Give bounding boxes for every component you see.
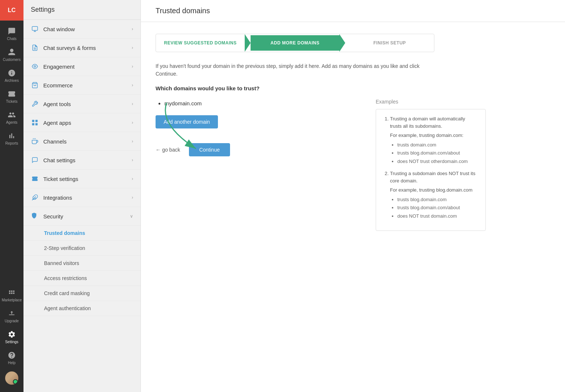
chevron-icon: ›: [132, 83, 133, 88]
app-logo[interactable]: LC: [0, 0, 23, 21]
settings-icon: [8, 330, 16, 338]
sidebar-item-chat-window[interactable]: Chat window ›: [23, 20, 141, 39]
customers-icon: [8, 48, 16, 56]
tickets-icon: [8, 90, 16, 98]
subnav-item-credit-card-masking[interactable]: Credit card masking: [23, 286, 141, 301]
sidebar-title: Settings: [23, 0, 141, 20]
subnav-item-access-restrictions[interactable]: Access restrictions: [23, 271, 141, 286]
chat-surveys-icon: [31, 44, 39, 52]
sidebar-item-integrations[interactable]: Integrations ›: [23, 188, 141, 207]
sidebar-item-agent-tools[interactable]: Agent tools ›: [23, 95, 141, 113]
chevron-down-icon: ∨: [130, 214, 133, 219]
help-icon: [8, 351, 16, 359]
chevron-icon: ›: [132, 26, 133, 32]
chevron-icon: ›: [132, 45, 133, 50]
example-text-1: Trusting a domain will automatically tru…: [390, 116, 465, 129]
chat-icon: [8, 27, 16, 35]
example-sub-1-1: trusts blog.domain.com/about: [397, 149, 478, 157]
sidebar-label-chat-surveys: Chat surveys & forms: [43, 45, 132, 51]
chevron-icon: ›: [132, 64, 133, 69]
example-sub-1-2: does NOT trust otherdomain.com: [397, 158, 478, 165]
sidebar-item-chat-surveys[interactable]: Chat surveys & forms ›: [23, 39, 141, 57]
content-grid: mydomain.com Add another domain ← go bac…: [156, 99, 486, 231]
archives-icon: [8, 69, 16, 77]
chat-settings-icon: [31, 156, 39, 164]
subnav-item-trusted-domains[interactable]: Trusted domains: [23, 226, 141, 241]
svg-rect-0: [32, 26, 38, 30]
main-content-area: Trusted domains REVIEW SUGGESTED DOMAINS…: [141, 0, 565, 392]
nav-label-tickets: Tickets: [6, 99, 17, 104]
go-back-link[interactable]: ← go back: [156, 147, 180, 153]
ecommerce-icon: [31, 81, 39, 89]
upgrade-icon: [8, 309, 16, 317]
avatar-image[interactable]: [5, 371, 18, 385]
sidebar-item-channels[interactable]: Channels ›: [23, 132, 141, 151]
nav-item-archives[interactable]: Archives: [0, 65, 23, 86]
user-avatar[interactable]: [0, 369, 23, 389]
subnav-item-2step[interactable]: 2-Step verification: [23, 241, 141, 256]
nav-item-tickets[interactable]: Tickets: [0, 86, 23, 107]
nav-label-reports: Reports: [5, 141, 18, 145]
security-icon: [31, 212, 39, 220]
reports-icon: [8, 132, 16, 140]
nav-item-help[interactable]: Help: [0, 348, 23, 369]
svg-rect-5: [36, 123, 38, 126]
sidebar-label-channels: Channels: [43, 138, 132, 145]
nav-item-customers[interactable]: Customers: [0, 44, 23, 65]
example-for-example-2: For example, trusting blog.domain.com: [390, 186, 478, 194]
step-review-suggested[interactable]: REVIEW SUGGESTED DOMAINS: [156, 35, 245, 51]
sidebar-label-ticket-settings: Ticket settings: [43, 176, 132, 182]
right-panel: Examples Trusting a domain will automati…: [376, 99, 486, 231]
sidebar-label-chat-window: Chat window: [43, 26, 132, 32]
page-title: Trusted domains: [141, 0, 565, 22]
sidebar-item-engagement[interactable]: Engagement ›: [23, 57, 141, 76]
example-sub-2-0: trusts blog.domain.com: [397, 196, 478, 203]
nav-items-top: Chats Customers Archives Tickets Agents …: [0, 21, 23, 285]
sidebar-item-agent-apps[interactable]: Agent apps ›: [23, 113, 141, 132]
subnav-item-banned-visitors[interactable]: Banned visitors: [23, 256, 141, 271]
step-label-finish: FINISH SETUP: [373, 40, 406, 46]
example-sub-2-1: trusts blog.domain.com/about: [397, 204, 478, 211]
sidebar-item-ticket-settings[interactable]: Ticket settings ›: [23, 170, 141, 188]
chat-window-icon: [31, 25, 39, 33]
example-for-example-1: For example, trusting domain.com:: [390, 132, 478, 139]
nav-item-upgrade[interactable]: Upgrade: [0, 306, 23, 327]
continue-button[interactable]: Continue: [189, 143, 230, 156]
add-domain-button[interactable]: Add another domain: [156, 115, 218, 128]
sidebar-item-ecommerce[interactable]: Ecommerce ›: [23, 76, 141, 95]
example-text-2: Trusting a subdomain does NOT trust its …: [390, 171, 475, 184]
svg-rect-2: [32, 120, 34, 122]
subnav-item-agent-auth[interactable]: Agent authentication: [23, 301, 141, 316]
integrations-icon: [31, 193, 39, 202]
sidebar-item-security[interactable]: Security ∨: [23, 207, 141, 226]
example-item-1: Trusting a domain will automatically tru…: [390, 115, 478, 165]
sidebar-label-chat-settings: Chat settings: [43, 157, 132, 163]
nav-label-settings: Settings: [5, 340, 18, 344]
bottom-actions: ← go back Continue: [156, 143, 354, 156]
ticket-settings-icon: [31, 175, 39, 183]
progress-steps: REVIEW SUGGESTED DOMAINS ADD MORE DOMAIN…: [156, 34, 434, 52]
nav-items-bottom: Marketplace Upgrade Settings Help: [0, 285, 23, 392]
nav-item-agents[interactable]: Agents: [0, 107, 23, 128]
chevron-icon: ›: [132, 139, 133, 144]
chevron-icon: ›: [132, 195, 133, 200]
sidebar-item-chat-settings[interactable]: Chat settings ›: [23, 151, 141, 170]
step-add-more[interactable]: ADD MORE DOMAINS: [251, 35, 339, 51]
nav-item-settings[interactable]: Settings: [0, 327, 23, 348]
agent-apps-icon: [31, 119, 39, 127]
nav-item-reports[interactable]: Reports: [0, 128, 23, 149]
step-label-add: ADD MORE DOMAINS: [270, 40, 319, 46]
step-label-review: REVIEW SUGGESTED DOMAINS: [164, 40, 237, 46]
sidebar-label-integrations: Integrations: [43, 195, 132, 201]
nav-label-archives: Archives: [5, 79, 19, 83]
step-finish-setup[interactable]: FINISH SETUP: [345, 35, 434, 51]
domain-list-item: mydomain.com: [164, 99, 354, 108]
nav-item-marketplace[interactable]: Marketplace: [0, 285, 23, 306]
examples-title: Examples: [376, 99, 486, 105]
agent-tools-icon: [31, 100, 39, 108]
marketplace-icon: [8, 288, 16, 297]
sidebar-label-engagement: Engagement: [43, 63, 132, 70]
agents-icon: [8, 111, 16, 119]
nav-item-chats[interactable]: Chats: [0, 23, 23, 44]
icon-navbar: LC Chats Customers Archives Tickets Agen…: [0, 0, 23, 392]
